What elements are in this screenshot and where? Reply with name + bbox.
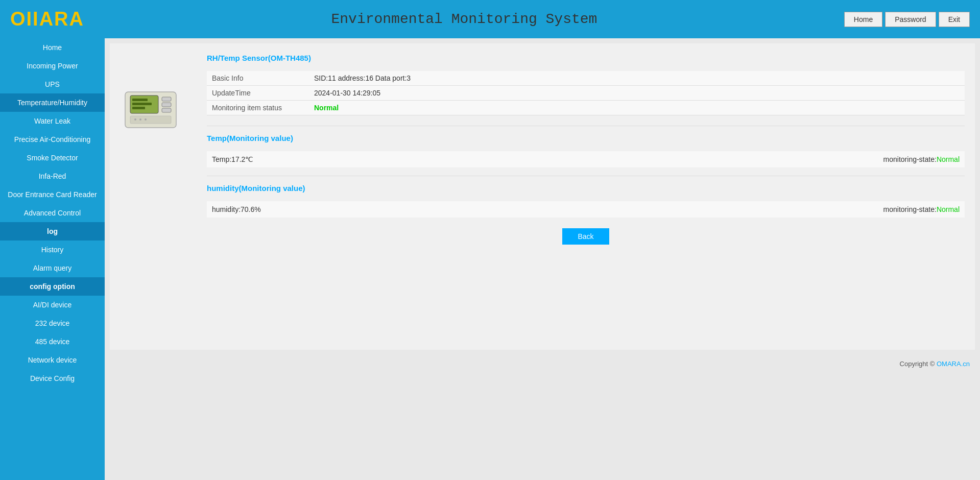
basic-info-value: SID:11 address:16 Data port:3 <box>309 71 965 86</box>
footer-text: Copyright © <box>900 360 935 368</box>
page-title: Environmental Monitoring System <box>84 11 844 27</box>
back-btn-row: Back <box>207 228 965 245</box>
sensor-device-image <box>120 84 186 135</box>
exit-button[interactable]: Exit <box>939 12 970 27</box>
sensor-info: RH/Temp Sensor(OM-TH485) Basic Info SID:… <box>207 54 965 245</box>
header-buttons: Home Password Exit <box>844 12 970 27</box>
logo-text: OIIARA <box>10 8 84 30</box>
sidebar-device-config[interactable]: Device Config <box>0 369 105 388</box>
main-content: RH/Temp Sensor(OM-TH485) Basic Info SID:… <box>105 38 980 480</box>
basic-info-label: Basic Info <box>207 71 309 86</box>
sidebar-air-conditioning[interactable]: Precise Air-Conditioning <box>0 130 105 149</box>
temp-state-label: monitoring-state: <box>883 155 937 163</box>
svg-point-11 <box>145 118 147 121</box>
svg-rect-7 <box>162 108 171 112</box>
svg-rect-6 <box>162 103 171 107</box>
basic-info-table: Basic Info SID:11 address:16 Data port:3… <box>207 71 965 115</box>
sidebar-485-device[interactable]: 485 device <box>0 332 105 351</box>
temp-row: Temp:17.2℃ monitoring-state:Normal <box>207 151 965 168</box>
humidity-state-value: Normal <box>937 205 960 213</box>
svg-rect-3 <box>132 103 152 105</box>
temp-state-value: Normal <box>937 155 960 163</box>
password-button[interactable]: Password <box>885 12 936 27</box>
update-time-label: UpdateTime <box>207 86 309 101</box>
sensor-layout: RH/Temp Sensor(OM-TH485) Basic Info SID:… <box>120 54 965 245</box>
svg-point-9 <box>134 118 136 121</box>
sidebar-water-leak[interactable]: Water Leak <box>0 112 105 130</box>
humidity-label: humidity:70.6% <box>212 205 261 213</box>
content-area: RH/Temp Sensor(OM-TH485) Basic Info SID:… <box>110 43 975 350</box>
monitoring-status-label: Monitoring item status <box>207 101 309 115</box>
sidebar-door-entrance[interactable]: Door Entrance Card Reader <box>0 185 105 204</box>
sidebar-config-option[interactable]: config option <box>0 277 105 296</box>
monitoring-status-row: Monitoring item status Normal <box>207 101 965 115</box>
update-time-row: UpdateTime 2024-01-30 14:29:05 <box>207 86 965 101</box>
sensor-title: RH/Temp Sensor(OM-TH485) <box>207 54 965 65</box>
sidebar: Home Incoming Power UPS Temperature/Humi… <box>0 38 105 480</box>
sidebar-home[interactable]: Home <box>0 38 105 57</box>
monitoring-status-value: Normal <box>309 101 965 115</box>
footer-link[interactable]: OMARA.cn <box>937 360 970 368</box>
sidebar-alarm-query[interactable]: Alarm query <box>0 259 105 277</box>
svg-rect-4 <box>132 107 145 109</box>
humidity-section-title: humidity(Monitoring value) <box>207 184 965 195</box>
sidebar-network-device[interactable]: Network device <box>0 351 105 369</box>
back-button[interactable]: Back <box>562 228 609 245</box>
sensor-image-area <box>120 54 197 245</box>
humidity-section: humidity(Monitoring value) humidity:70.6… <box>207 176 965 218</box>
temp-section: Temp(Monitoring value) Temp:17.2℃ monito… <box>207 126 965 168</box>
temp-state: monitoring-state:Normal <box>883 155 960 163</box>
sidebar-infa-red[interactable]: Infa-Red <box>0 167 105 185</box>
svg-rect-2 <box>132 99 148 101</box>
svg-point-10 <box>139 118 141 121</box>
header: OIIARA Environmental Monitoring System H… <box>0 0 980 38</box>
sidebar-aidi-device[interactable]: AI/DI device <box>0 296 105 314</box>
temp-label: Temp:17.2℃ <box>212 155 253 163</box>
sidebar-incoming-power[interactable]: Incoming Power <box>0 57 105 75</box>
temp-section-title: Temp(Monitoring value) <box>207 134 965 145</box>
humidity-state: monitoring-state:Normal <box>883 205 960 213</box>
logo: OIIARA <box>10 8 84 30</box>
sidebar-log[interactable]: log <box>0 222 105 241</box>
sidebar-advanced-control[interactable]: Advanced Control <box>0 204 105 222</box>
humidity-state-label: monitoring-state: <box>883 205 937 213</box>
footer: Copyright © OMARA.cn <box>105 355 980 373</box>
svg-rect-5 <box>162 97 171 101</box>
update-time-value: 2024-01-30 14:29:05 <box>309 86 965 101</box>
sidebar-temp-humidity[interactable]: Temperature/Humidity <box>0 93 105 112</box>
home-button[interactable]: Home <box>844 12 882 27</box>
sidebar-ups[interactable]: UPS <box>0 75 105 93</box>
sidebar-smoke-detector[interactable]: Smoke Detector <box>0 149 105 167</box>
layout: Home Incoming Power UPS Temperature/Humi… <box>0 38 980 480</box>
sidebar-history[interactable]: History <box>0 241 105 259</box>
svg-rect-8 <box>130 116 171 124</box>
basic-info-row: Basic Info SID:11 address:16 Data port:3 <box>207 71 965 86</box>
humidity-row: humidity:70.6% monitoring-state:Normal <box>207 201 965 218</box>
sidebar-232-device[interactable]: 232 device <box>0 314 105 332</box>
